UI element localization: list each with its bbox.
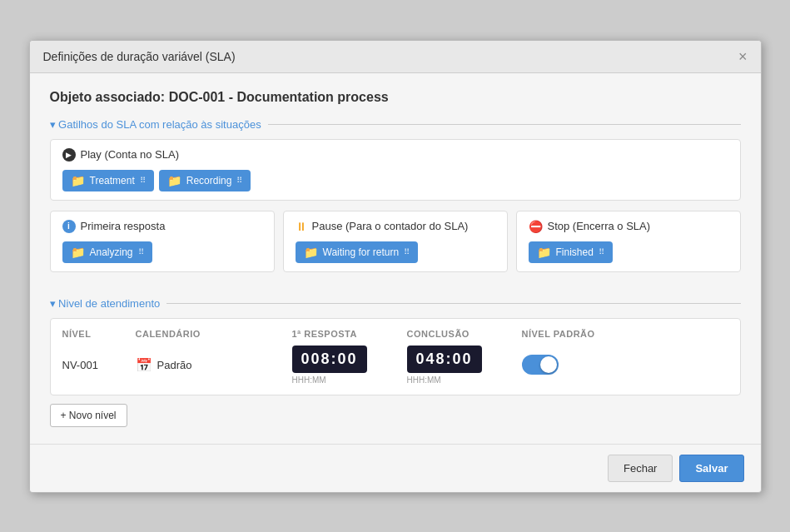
primeira-resposta-label: Primeira resposta: [81, 220, 166, 232]
nivel-table: NÍVEL CALENDÁRIO 1ª RESPOSTA CONCLUSÃO N…: [50, 318, 741, 395]
folder-icon-2: 📁: [167, 174, 181, 187]
col-conclusao: CONCLUSÃO: [407, 329, 515, 339]
folder-icon-5: 📁: [537, 246, 551, 259]
nivel-padrao-toggle[interactable]: [522, 355, 559, 375]
stop-tags: 📁 Finished ⠿: [529, 241, 728, 263]
info-icon: i: [62, 220, 76, 233]
pause-header: ⏸ Pause (Para o contador do SLA): [296, 220, 495, 233]
conclusao-time-input[interactable]: [407, 346, 482, 373]
play-box-label: Play (Conta no SLA): [81, 148, 180, 161]
sub-trigger-boxes: i Primeira resposta 📁 Analyzing ⠿ ⏸: [50, 211, 741, 282]
nivel-toggle-link[interactable]: ▾ Nivel de atendimento: [50, 297, 161, 310]
pause-box: ⏸ Pause (Para o contador do SLA) 📁 Waiti…: [283, 211, 508, 272]
pause-tags: 📁 Waiting for return ⠿: [296, 241, 495, 263]
tag-analyzing[interactable]: 📁 Analyzing ⠿: [62, 241, 152, 263]
nivel-section-toggle: ▾ Nivel de atendimento: [50, 297, 741, 310]
grid-icon-2: ⠿: [236, 176, 242, 185]
tag-waiting-label: Waiting for return: [323, 246, 400, 258]
primeira-resposta-tags: 📁 Analyzing ⠿: [62, 241, 262, 263]
triggers-divider: [268, 124, 741, 125]
stop-box: ⛔ Stop (Encerra o SLA) 📁 Finished ⠿: [516, 211, 741, 272]
stop-icon: ⛔: [529, 220, 543, 233]
nivel-divider: [166, 303, 740, 304]
nivel-table-header: NÍVEL CALENDÁRIO 1ª RESPOSTA CONCLUSÃO N…: [62, 329, 728, 339]
nivel-table-row: NV-001 📅 Padrão HHH:MM HHH:MM: [62, 346, 728, 385]
fechar-button[interactable]: Fechar: [608, 455, 673, 482]
calendar-icon: 📅: [136, 357, 152, 373]
tag-recording[interactable]: 📁 Recording ⠿: [159, 170, 251, 191]
play-trigger-box: ▶ Play (Conta no SLA) 📁 Treatment ⠿ 📁 Re…: [50, 139, 741, 201]
nivel-value: NV-001: [62, 359, 129, 371]
conclusao-time-label: HHH:MM: [407, 375, 441, 385]
play-icon: ▶: [62, 148, 76, 162]
modal-body: Objeto associado: DOC-001 - Documentatio…: [30, 73, 761, 444]
modal-title: Definições de duração variável (SLA): [43, 50, 236, 63]
triggers-area: ▾ Gatilhos do SLA com relação às situaçõ…: [50, 118, 741, 282]
col-nivel: NÍVEL: [62, 329, 129, 339]
col-nivel-padrao: NÍVEL PADRÃO: [522, 329, 630, 339]
modal-footer: Fechar Salvar: [30, 444, 761, 492]
nivel-section: ▾ Nivel de atendimento NÍVEL CALENDÁRIO …: [50, 297, 741, 427]
calendario-cell: 📅 Padrão: [136, 357, 286, 373]
salvar-button[interactable]: Salvar: [679, 455, 743, 482]
primeira-resposta-header: i Primeira resposta: [62, 220, 262, 233]
toggle-cell: [522, 355, 630, 375]
folder-icon: 📁: [71, 174, 85, 187]
folder-icon-4: 📁: [304, 246, 318, 259]
conclusao-cell: HHH:MM: [407, 346, 515, 385]
modal-dialog: Definições de duração variável (SLA) × O…: [29, 40, 762, 493]
tag-waiting[interactable]: 📁 Waiting for return ⠿: [296, 241, 419, 263]
tag-treatment-label: Treatment: [90, 175, 135, 186]
close-button[interactable]: ×: [738, 49, 748, 64]
novo-nivel-button[interactable]: + Novo nível: [50, 404, 127, 427]
grid-icon-5: ⠿: [599, 247, 604, 256]
stop-header: ⛔ Stop (Encerra o SLA): [529, 220, 728, 233]
tag-recording-label: Recording: [186, 175, 232, 186]
calendario-value: Padrão: [157, 359, 192, 371]
tag-finished-label: Finished: [556, 246, 594, 258]
resposta-time-label: HHH:MM: [292, 375, 326, 385]
stop-label: Stop (Encerra o SLA): [548, 220, 651, 232]
tag-analyzing-label: Analyzing: [90, 246, 133, 258]
tag-treatment[interactable]: 📁 Treatment ⠿: [62, 170, 154, 191]
pause-icon: ⏸: [296, 220, 307, 233]
resposta-cell: HHH:MM: [292, 346, 400, 385]
col-calendario: CALENDÁRIO: [136, 329, 286, 339]
triggers-toggle-link[interactable]: ▾ Gatilhos do SLA com relação às situaçõ…: [50, 118, 261, 131]
pause-label: Pause (Para o contador do SLA): [312, 220, 469, 232]
grid-icon-3: ⠿: [138, 247, 144, 256]
object-title: Objeto associado: DOC-001 - Documentatio…: [50, 90, 741, 105]
play-tags: 📁 Treatment ⠿ 📁 Recording ⠿: [62, 170, 728, 191]
folder-icon-3: 📁: [71, 246, 85, 259]
grid-icon-4: ⠿: [404, 247, 410, 256]
triggers-section-toggle: ▾ Gatilhos do SLA com relação às situaçõ…: [50, 118, 741, 131]
col-resposta: 1ª RESPOSTA: [292, 329, 400, 339]
resposta-time-input[interactable]: [292, 346, 367, 373]
grid-icon: ⠿: [140, 176, 146, 185]
modal-header: Definições de duração variável (SLA) ×: [30, 41, 761, 73]
primeira-resposta-box: i Primeira resposta 📁 Analyzing ⠿: [50, 211, 275, 272]
play-box-header: ▶ Play (Conta no SLA): [62, 148, 728, 162]
tag-finished[interactable]: 📁 Finished ⠿: [529, 241, 613, 263]
